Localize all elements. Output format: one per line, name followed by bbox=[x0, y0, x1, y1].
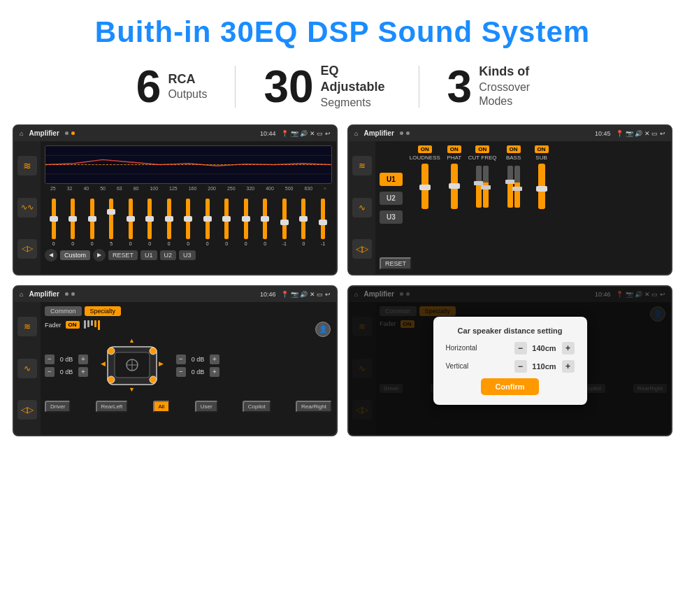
u3-select-btn[interactable]: U3 bbox=[380, 210, 403, 224]
vertical-minus[interactable]: − bbox=[514, 360, 527, 373]
play-prev-btn[interactable]: ◀ bbox=[45, 249, 57, 262]
distance-dialog: Car speaker distance setting Horizontal … bbox=[433, 317, 587, 405]
slider-track[interactable] bbox=[52, 199, 56, 239]
minus-2[interactable]: − bbox=[45, 367, 55, 377]
fader-row-3: Fader ON bbox=[45, 320, 332, 330]
phat-ctrl: ON PHAT bbox=[443, 145, 466, 252]
eq-btn-2[interactable]: ∿∿ bbox=[17, 198, 37, 217]
spk-btn-1[interactable]: ≋ bbox=[17, 317, 37, 336]
bass-ctrl: ON BASS bbox=[500, 145, 528, 252]
copilot-btn[interactable]: Copilot bbox=[243, 401, 271, 413]
eq-slider-col: 0 bbox=[186, 199, 190, 246]
cross-btn-2[interactable]: ∿ bbox=[352, 198, 372, 217]
home-icon-2[interactable]: ⌂ bbox=[354, 130, 358, 137]
eq-sliders-row: 0 0 0 5 bbox=[45, 194, 332, 246]
eq-btn-1[interactable]: ≋ bbox=[17, 156, 37, 176]
horizontal-minus[interactable]: − bbox=[514, 342, 527, 354]
minus-4[interactable]: − bbox=[176, 367, 186, 377]
screen-distance: ⌂ Amplifier 10:46 📍 📷 🔊 ✕ ▭ ↩ ≋ ∿ ◁▷ 👤 C… bbox=[347, 285, 672, 436]
reset-btn-1[interactable]: RESET bbox=[108, 250, 138, 260]
play-next-btn[interactable]: ▶ bbox=[93, 249, 106, 262]
eq-slider-col: 0 bbox=[90, 199, 94, 246]
home-icon-1[interactable]: ⌂ bbox=[20, 130, 23, 137]
status-icons-3: 📍 📷 🔊 ✕ ▭ ↩ bbox=[281, 291, 331, 298]
crossover-bottom: RESET bbox=[380, 257, 667, 270]
profile-icon-3[interactable]: 👤 bbox=[315, 322, 331, 337]
eq-slider-col: -1 bbox=[282, 199, 287, 246]
phat-label: PHAT bbox=[447, 155, 461, 161]
svg-point-11 bbox=[108, 376, 115, 383]
cutfreq-slider-g[interactable] bbox=[483, 166, 489, 208]
status-bar-2: ⌂ Amplifier 10:45 📍 📷 🔊 ✕ ▭ ↩ bbox=[349, 126, 671, 141]
speaker-main: 👤 Common Specialty Fader ON bbox=[41, 302, 336, 435]
left-db-controls: − 0 dB + − 0 dB + bbox=[45, 354, 88, 377]
minus-3[interactable]: − bbox=[176, 354, 186, 364]
eq-freq-labels: 25 32 40 50 63 80 100 125 160 200 250 32… bbox=[45, 186, 332, 191]
db-val-2: 0 dB bbox=[57, 368, 76, 375]
stat-number-30: 30 bbox=[264, 64, 313, 109]
minus-1[interactable]: − bbox=[45, 354, 55, 364]
cross-left-sidebar: ≋ ∿ ◁▷ bbox=[349, 141, 375, 274]
cutfreq-on: ON bbox=[475, 145, 489, 153]
driver-btn[interactable]: Driver bbox=[45, 401, 71, 413]
phat-on: ON bbox=[447, 145, 461, 153]
fader-on: ON bbox=[66, 321, 80, 329]
cross-btn-1[interactable]: ≋ bbox=[352, 156, 372, 176]
plus-3[interactable]: + bbox=[210, 354, 219, 364]
tab-common-3[interactable]: Common bbox=[45, 306, 82, 316]
rear-right-btn[interactable]: RearRight bbox=[296, 401, 332, 413]
custom-btn[interactable]: Custom bbox=[60, 250, 90, 260]
confirm-button[interactable]: Confirm bbox=[481, 378, 538, 395]
eq-main: 25 32 40 50 63 80 100 125 160 200 250 32… bbox=[41, 141, 336, 274]
spk-btn-2[interactable]: ∿ bbox=[17, 359, 37, 378]
dialog-overlay: Car speaker distance setting Horizontal … bbox=[349, 287, 671, 435]
cross-btn-3[interactable]: ◁▷ bbox=[352, 239, 372, 259]
user-btn[interactable]: User bbox=[195, 401, 218, 413]
eq-slider-col: 0 bbox=[244, 199, 248, 246]
sub-slider[interactable] bbox=[538, 164, 545, 209]
home-icon-3[interactable]: ⌂ bbox=[20, 291, 23, 298]
svg-text:▶: ▶ bbox=[159, 360, 164, 367]
stats-row: 6 RCA Outputs 30 EQ Adjustable Segments … bbox=[0, 56, 685, 120]
stat-label-cross1: Kinds of bbox=[479, 64, 549, 80]
eq-btn-3[interactable]: ◁▷ bbox=[17, 239, 37, 259]
db-val-4: 0 dB bbox=[188, 368, 208, 375]
page-title: Buith-in 30EQ DSP Sound System bbox=[0, 0, 685, 56]
dot2 bbox=[71, 131, 75, 135]
db-ctrl-1: − 0 dB + bbox=[45, 354, 88, 364]
db-ctrl-3: − 0 dB + bbox=[176, 354, 219, 364]
eq-graph bbox=[45, 145, 332, 184]
spk-btn-3[interactable]: ◁▷ bbox=[17, 400, 37, 420]
u2-select-btn[interactable]: U2 bbox=[380, 192, 403, 205]
loudness-slider[interactable] bbox=[421, 164, 428, 209]
u1-btn-1[interactable]: U1 bbox=[140, 250, 157, 260]
u3-btn-1[interactable]: U3 bbox=[179, 250, 196, 260]
stat-label-eq1: EQ Adjustable bbox=[321, 63, 391, 96]
stat-label-rca1: RCA bbox=[168, 71, 207, 87]
u1-select-btn[interactable]: U1 bbox=[380, 173, 403, 186]
sub-on: ON bbox=[535, 145, 549, 153]
u-buttons: U1 U2 U3 bbox=[380, 145, 403, 252]
all-btn[interactable]: All bbox=[153, 401, 171, 413]
eq-slider-col: 0 bbox=[263, 199, 267, 246]
plus-2[interactable]: + bbox=[78, 367, 88, 377]
cutfreq-ctrl: ON CUT FREQ bbox=[468, 145, 497, 252]
tab-specialty-3[interactable]: Specialty bbox=[85, 306, 122, 316]
speaker-bottom-btns: Driver RearLeft All User Copilot RearRig… bbox=[45, 401, 332, 413]
db-val-1: 0 dB bbox=[57, 356, 76, 363]
plus-4[interactable]: + bbox=[210, 367, 219, 377]
loudness-ctrl: ON LOUDNESS bbox=[410, 145, 440, 252]
phat-slider[interactable] bbox=[451, 164, 458, 209]
reset-btn-2[interactable]: RESET bbox=[380, 257, 412, 270]
bass-slider-g[interactable] bbox=[514, 166, 520, 208]
page-wrapper: Buith-in 30EQ DSP Sound System 6 RCA Out… bbox=[0, 0, 685, 616]
vertical-plus[interactable]: + bbox=[562, 360, 575, 373]
horizontal-plus[interactable]: + bbox=[562, 342, 575, 354]
u2-btn-1[interactable]: U2 bbox=[160, 250, 177, 260]
crossover-content: ≋ ∿ ◁▷ U1 U2 U3 bbox=[349, 141, 671, 274]
plus-1[interactable]: + bbox=[78, 354, 88, 364]
svg-point-9 bbox=[108, 348, 115, 354]
stat-number-3: 3 bbox=[447, 64, 473, 109]
rear-left-btn[interactable]: RearLeft bbox=[96, 401, 129, 413]
stat-rca: 6 RCA Outputs bbox=[108, 64, 236, 109]
